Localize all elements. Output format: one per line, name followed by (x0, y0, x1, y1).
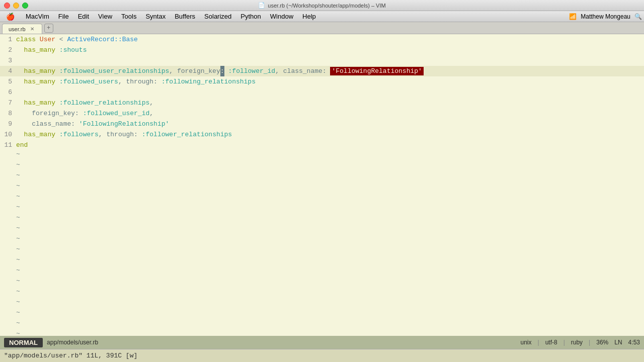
line-number-3: 3 (0, 55, 16, 66)
menu-window[interactable]: Window (266, 12, 297, 21)
line-number-10: 10 (0, 129, 16, 140)
menu-macvim[interactable]: MacVim (22, 12, 53, 21)
line-number-11: 11 (0, 140, 16, 150)
status-filepath: app/models/user.rb (47, 339, 98, 346)
code-line-8: 8 foreign_key: :followed_user_id, (0, 108, 644, 119)
menu-python[interactable]: Python (236, 12, 265, 21)
tilde-line: ~ (0, 256, 644, 266)
line-content-8: foreign_key: :followed_user_id, (16, 108, 644, 119)
wifi-icon: 📶 (569, 13, 577, 20)
line-number-2: 2 (0, 45, 16, 55)
code-line-4: 4 has_many :followed_user_relationships,… (0, 66, 644, 76)
titlebar: 📄 user.rb (~/Workshop/shouter/app/models… (0, 0, 644, 11)
line-number-5: 5 (0, 76, 16, 87)
statusbar: NORMAL app/models/user.rb unix | utf-8 |… (0, 336, 644, 349)
line-content-7: has_many :follower_relationships, (16, 98, 644, 108)
menu-right: 📶 Matthew Mongeau 🔍 (569, 13, 642, 20)
code-line-7: 7 has_many :follower_relationships, (0, 98, 644, 108)
maximize-button[interactable] (22, 3, 28, 9)
line-content-10: has_many :followers, through: :follower_… (16, 129, 644, 140)
tilde-line: ~ (0, 235, 644, 245)
line-number-1: 1 (0, 34, 16, 45)
code-line-3: 3 (0, 55, 644, 66)
status-position: 4:53 (628, 339, 640, 346)
tilde-line: ~ (0, 182, 644, 193)
status-filetype: ruby (571, 339, 583, 346)
tilde-line: ~ (0, 224, 644, 235)
tilde-line: ~ (0, 150, 644, 161)
tab-label: user.rb (9, 26, 26, 32)
file-tab[interactable]: user.rb ✕ (2, 24, 42, 34)
menu-tools[interactable]: Tools (117, 12, 140, 21)
minimize-button[interactable] (13, 3, 19, 9)
line-content-1: class User < ActiveRecord::Base (16, 34, 644, 45)
line-content-9: class_name: 'FollowingRelationship' (16, 119, 644, 129)
tilde-line: ~ (0, 277, 644, 288)
tilde-line: ~ (0, 245, 644, 256)
tilde-line: ~ (0, 266, 644, 277)
tilde-line: ~ (0, 319, 644, 330)
editor: 1 class User < ActiveRecord::Base 2 has_… (0, 34, 644, 336)
code-line-9: 9 class_name: 'FollowingRelationship' (0, 119, 644, 129)
traffic-lights (4, 3, 28, 9)
code-line-6: 6 (0, 87, 644, 98)
tilde-line: ~ (0, 330, 644, 336)
cmdline-text: "app/models/user.rb" 11L, 391C [w] (4, 352, 137, 359)
line-number-6: 6 (0, 87, 16, 98)
line-number-9: 9 (0, 119, 16, 129)
line-content-2: has_many :shouts (16, 45, 644, 55)
code-line-1: 1 class User < ActiveRecord::Base (0, 34, 644, 45)
menu-syntax[interactable]: Syntax (141, 12, 170, 21)
tilde-line: ~ (0, 193, 644, 203)
tilde-line: ~ (0, 288, 644, 298)
line-content-11: end (16, 140, 644, 150)
close-button[interactable] (4, 3, 10, 9)
status-right: unix | utf-8 | ruby | 36% LN 4:53 (520, 339, 640, 346)
menu-file[interactable]: File (54, 12, 73, 21)
menu-help[interactable]: Help (298, 12, 320, 21)
tilde-line: ~ (0, 161, 644, 171)
search-icon[interactable]: 🔍 (634, 13, 642, 20)
user-name: Matthew Mongeau (581, 13, 630, 20)
menubar: 🍎 MacVim File Edit View Tools Syntax Buf… (0, 11, 644, 22)
tilde-line: ~ (0, 171, 644, 182)
line-content-4: has_many :followed_user_relationships, f… (16, 66, 644, 76)
vim-mode: NORMAL (4, 338, 43, 347)
menu-buffers[interactable]: Buffers (171, 12, 199, 21)
status-ln-label: LN (614, 339, 622, 346)
line-number-8: 8 (0, 108, 16, 119)
apple-menu[interactable]: 🍎 (2, 12, 19, 22)
tabbar: user.rb ✕ + (0, 22, 644, 34)
line-number-7: 7 (0, 98, 16, 108)
status-encoding: unix (520, 339, 531, 346)
code-line-5: 5 has_many :followed_users, through: :fo… (0, 76, 644, 87)
code-line-10: 10 has_many :followers, through: :follow… (0, 129, 644, 140)
menu-edit[interactable]: Edit (74, 12, 93, 21)
status-format: utf-8 (545, 339, 557, 346)
code-line-2: 2 has_many :shouts (0, 45, 644, 55)
cmdline: "app/models/user.rb" 11L, 391C [w] (0, 349, 644, 362)
tab-close-button[interactable]: ✕ (29, 26, 36, 33)
status-percent: 36% (596, 339, 608, 346)
title-file-icon: 📄 (258, 2, 265, 9)
line-content-5: has_many :followed_users, through: :foll… (16, 76, 644, 87)
new-tab-button[interactable]: + (44, 24, 53, 33)
tilde-line: ~ (0, 298, 644, 309)
window-title: 📄 user.rb (~/Workshop/shouter/app/models… (258, 2, 385, 9)
line-number-4: 4 (0, 66, 16, 76)
code-line-11: 11 end (0, 140, 644, 150)
tilde-line: ~ (0, 309, 644, 319)
tilde-line: ~ (0, 214, 644, 224)
menu-solarized[interactable]: Solarized (200, 12, 235, 21)
tilde-line: ~ (0, 203, 644, 214)
code-area[interactable]: 1 class User < ActiveRecord::Base 2 has_… (0, 34, 644, 336)
menu-view[interactable]: View (94, 12, 116, 21)
